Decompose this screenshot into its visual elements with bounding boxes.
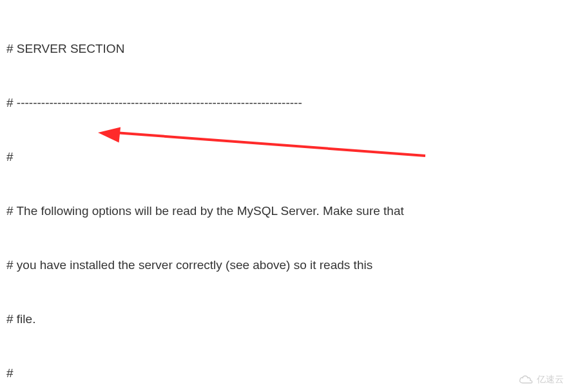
watermark-text: 亿速云 [537,370,564,388]
cloud-icon [519,374,534,384]
config-file-content: # SERVER SECTION # ---------------------… [0,0,569,392]
config-line: # SERVER SECTION [6,40,563,58]
config-line: # you have installed the server correctl… [6,256,563,274]
config-line: # The following options will be read by … [6,202,563,220]
config-line: # --------------------------------------… [6,94,563,112]
watermark: 亿速云 [519,370,564,388]
config-line: # [6,364,563,382]
config-line: # file. [6,310,563,328]
config-line: # [6,148,563,166]
